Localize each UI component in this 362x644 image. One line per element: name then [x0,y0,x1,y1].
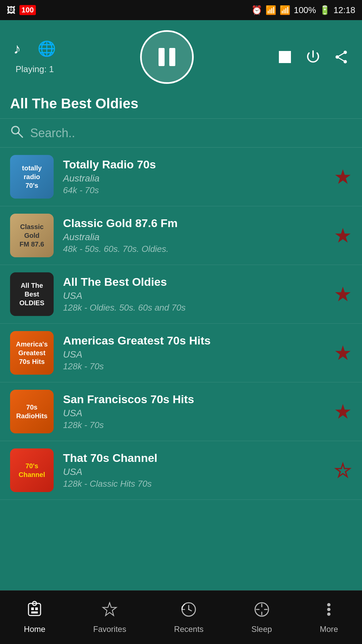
station-list: totallyradio70's Totally Radio 70s Austr… [0,148,362,587]
favorite-button[interactable]: ☆ [334,459,352,482]
svg-point-25 [327,608,330,611]
svg-point-24 [327,603,330,606]
station-item[interactable]: 70sRadioHits San Franciscos 70s Hits USA… [0,382,362,441]
station-meta: 128k - 70s [63,361,324,372]
search-bar[interactable] [0,118,362,148]
nav-sleep-label: Sleep [251,625,272,634]
svg-point-26 [327,612,330,616]
station-info: Classic Gold 87.6 Fm Australia 48k - 50s… [63,217,324,254]
station-country: USA [63,467,324,477]
favorite-button[interactable]: ★ [334,165,352,189]
station-title-section: All The Best Oldies [0,91,362,118]
sleep-icon [253,601,270,622]
status-left: 🖼 100 [7,5,36,15]
nav-favorites-label: Favorites [93,625,126,634]
status-bar: 🖼 100 ⏰ 📶 📶 100% 🔋 12:18 [0,0,362,20]
pause-icon [155,45,179,69]
station-country: Australia [63,173,324,184]
station-logo: totallyradio70's [10,155,54,199]
recents-icon [180,601,197,622]
nav-sleep[interactable]: Sleep [251,601,272,634]
svg-line-9 [18,133,22,137]
station-info: Americas Greatest 70s Hits USA 128k - 70… [63,334,324,372]
svg-line-7 [337,57,345,62]
stop-button[interactable] [278,50,292,64]
station-country: Australia [63,232,324,243]
station-logo: 70sRadioHits [10,390,54,433]
top-controls: ♪ 🌐 Playing: 1 [0,20,362,91]
time-display: 12:18 [334,5,355,15]
favorites-icon [101,601,118,622]
alarm-icon: ⏰ [251,5,262,15]
bottom-nav: Home Favorites Recents [0,590,362,644]
favorite-button[interactable]: ★ [334,282,352,306]
more-icon [320,601,338,622]
svg-rect-12 [35,607,38,610]
nav-home-label: Home [24,625,45,634]
music-icon-button[interactable]: ♪ [13,40,21,57]
station-meta: 128k - Classic Hits 70s [63,479,324,489]
wifi-icon: 📶 [265,5,276,15]
nav-home[interactable]: Home [24,601,45,634]
station-name: That 70s Channel [63,451,324,465]
station-logo: 70'sChannel [10,448,54,492]
pause-button[interactable] [140,30,194,84]
station-meta: 128k - 70s [63,420,324,430]
battery-icon: 🔋 [319,5,330,15]
station-name: Classic Gold 87.6 Fm [63,217,324,230]
top-right-group [278,50,349,64]
station-info: All The Best Oldies USA 128k - Oldies. 5… [63,275,324,313]
station-name: Totally Radio 70s [63,158,324,171]
svg-rect-13 [31,611,38,613]
nav-more-label: More [320,625,338,634]
signal-icon: 📶 [280,5,290,15]
favorite-button[interactable]: ★ [334,400,352,423]
svg-rect-1 [169,48,175,66]
station-country: USA [63,349,324,360]
station-item[interactable]: All The BestOLDIES All The Best Oldies U… [0,265,362,324]
svg-rect-2 [279,51,291,63]
station-name: All The Best Oldies [63,275,324,288]
power-button[interactable] [306,50,320,64]
favorite-button[interactable]: ★ [334,341,352,365]
nav-favorites[interactable]: Favorites [93,601,126,634]
svg-rect-0 [159,48,165,66]
station-country: USA [63,408,324,419]
globe-icon-button[interactable]: 🌐 [38,40,56,57]
favorite-button[interactable]: ★ [334,224,352,247]
station-country: USA [63,290,324,301]
station-name: San Franciscos 70s Hits [63,393,324,406]
share-button[interactable] [334,50,349,64]
status-right: ⏰ 📶 📶 100% 🔋 12:18 [251,5,355,15]
station-item[interactable]: America'sGreatest70s Hits Americas Great… [0,324,362,382]
station-name: Americas Greatest 70s Hits [63,334,324,347]
station-item[interactable]: 70'sChannel That 70s Channel USA 128k - … [0,441,362,500]
nav-recents-label: Recents [174,625,203,634]
nav-recents[interactable]: Recents [174,601,203,634]
current-station-title: All The Best Oldies [10,96,352,112]
svg-line-6 [337,52,345,57]
station-info: That 70s Channel USA 128k - Classic Hits… [63,451,324,489]
home-icon [26,601,43,622]
radio-app-icon: 100 [19,5,36,15]
search-icon [10,125,23,141]
battery-text: 100% [294,5,316,15]
station-meta: 48k - 50s. 60s. 70s. Oldies. [63,244,324,254]
station-meta: 64k - 70s [63,185,324,196]
station-logo: America'sGreatest70s Hits [10,331,54,375]
search-input[interactable] [30,126,352,140]
svg-rect-11 [31,607,34,610]
svg-line-18 [189,609,191,611]
nav-more[interactable]: More [320,601,338,634]
photo-icon: 🖼 [7,5,15,15]
station-logo: All The BestOLDIES [10,272,54,316]
station-item[interactable]: totallyradio70's Totally Radio 70s Austr… [0,148,362,206]
top-left-group: ♪ 🌐 Playing: 1 [13,40,56,74]
station-info: San Franciscos 70s Hits USA 128k - 70s [63,393,324,430]
station-meta: 128k - Oldies. 50s. 60s and 70s [63,303,324,313]
station-logo: ClassicGoldFM 87.6 [10,214,54,257]
station-item[interactable]: ClassicGoldFM 87.6 Classic Gold 87.6 Fm … [0,206,362,265]
playing-label: Playing: 1 [15,64,54,74]
svg-marker-15 [103,603,116,615]
station-info: Totally Radio 70s Australia 64k - 70s [63,158,324,196]
